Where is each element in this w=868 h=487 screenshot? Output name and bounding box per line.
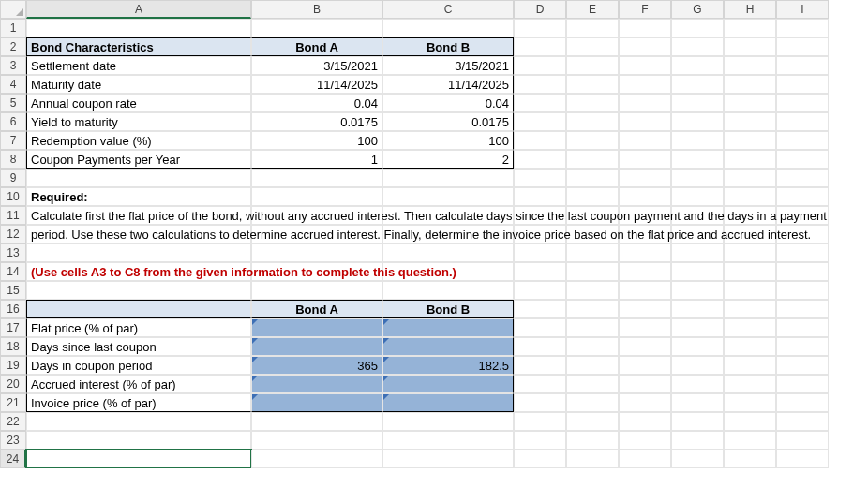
cell-C22[interactable] xyxy=(382,412,514,431)
cell-G22[interactable] xyxy=(671,412,724,431)
cell-A1[interactable] xyxy=(26,19,251,37)
cell-F22[interactable] xyxy=(619,412,671,431)
cell-I8[interactable] xyxy=(776,150,829,169)
cell-B8[interactable]: 1 xyxy=(251,150,382,169)
cell-I22[interactable] xyxy=(776,412,829,431)
cell-F4[interactable] xyxy=(619,75,671,94)
cell-I23[interactable] xyxy=(776,431,829,450)
cell-I19[interactable] xyxy=(776,356,829,375)
cell-D10[interactable] xyxy=(514,187,566,206)
row-header-17[interactable]: 17 xyxy=(0,318,26,337)
cell-E6[interactable] xyxy=(566,112,619,131)
cell-H17[interactable] xyxy=(724,318,776,337)
row-header-14[interactable]: 14 xyxy=(0,262,26,281)
cell-B15[interactable] xyxy=(251,281,382,300)
cell-B13[interactable] xyxy=(251,244,382,262)
cell-B2[interactable]: Bond A xyxy=(251,37,382,56)
cell-B4[interactable]: 11/14/2025 xyxy=(251,75,382,94)
cell-A18[interactable]: Days since last coupon xyxy=(26,337,251,356)
cell-F21[interactable] xyxy=(619,393,671,412)
cell-F24[interactable] xyxy=(619,450,671,468)
cell-I1[interactable] xyxy=(776,19,829,37)
cell-H1[interactable] xyxy=(724,19,776,37)
cell-D2[interactable] xyxy=(514,37,566,56)
cell-D16[interactable] xyxy=(514,300,566,318)
cell-B18[interactable] xyxy=(251,337,382,356)
col-header-C[interactable]: C xyxy=(382,0,514,19)
cell-H8[interactable] xyxy=(724,150,776,169)
cell-A11[interactable]: Calculate first the flat price of the bo… xyxy=(26,206,251,225)
cell-C2[interactable]: Bond B xyxy=(382,37,514,56)
row-header-12[interactable]: 12 xyxy=(0,225,26,244)
row-header-11[interactable]: 11 xyxy=(0,206,26,225)
cell-E18[interactable] xyxy=(566,337,619,356)
cell-H24[interactable] xyxy=(724,450,776,468)
col-header-D[interactable]: D xyxy=(514,0,566,19)
cell-B17[interactable] xyxy=(251,318,382,337)
cell-H21[interactable] xyxy=(724,393,776,412)
cell-G13[interactable] xyxy=(671,244,724,262)
col-header-B[interactable]: B xyxy=(251,0,382,19)
cell-F15[interactable] xyxy=(619,281,671,300)
cell-C20[interactable] xyxy=(382,375,514,393)
cell-B10[interactable] xyxy=(251,187,382,206)
row-header-9[interactable]: 9 xyxy=(0,169,26,187)
spreadsheet-grid[interactable]: A B C D E F G H I 1 2 Bond Characteristi… xyxy=(0,0,868,468)
cell-H16[interactable] xyxy=(724,300,776,318)
cell-A19[interactable]: Days in coupon period xyxy=(26,356,251,375)
cell-A6[interactable]: Yield to maturity xyxy=(26,112,251,131)
cell-G7[interactable] xyxy=(671,131,724,150)
cell-B3[interactable]: 3/15/2021 xyxy=(251,56,382,75)
cell-G24[interactable] xyxy=(671,450,724,468)
cell-E5[interactable] xyxy=(566,94,619,112)
cell-F9[interactable] xyxy=(619,169,671,187)
col-header-G[interactable]: G xyxy=(671,0,724,19)
cell-E4[interactable] xyxy=(566,75,619,94)
cell-A22[interactable] xyxy=(26,412,251,431)
cell-I3[interactable] xyxy=(776,56,829,75)
cell-F8[interactable] xyxy=(619,150,671,169)
cell-F7[interactable] xyxy=(619,131,671,150)
cell-I14[interactable] xyxy=(776,262,829,281)
cell-C7[interactable]: 100 xyxy=(382,131,514,150)
cell-A4[interactable]: Maturity date xyxy=(26,75,251,94)
cell-E9[interactable] xyxy=(566,169,619,187)
select-all-corner[interactable] xyxy=(0,0,26,19)
cell-C6[interactable]: 0.0175 xyxy=(382,112,514,131)
cell-H22[interactable] xyxy=(724,412,776,431)
cell-I13[interactable] xyxy=(776,244,829,262)
col-header-A[interactable]: A xyxy=(26,0,251,19)
cell-F5[interactable] xyxy=(619,94,671,112)
cell-A14[interactable]: (Use cells A3 to C8 from the given infor… xyxy=(26,262,251,281)
cell-F16[interactable] xyxy=(619,300,671,318)
cell-C18[interactable] xyxy=(382,337,514,356)
row-header-8[interactable]: 8 xyxy=(0,150,26,169)
col-header-E[interactable]: E xyxy=(566,0,619,19)
cell-H2[interactable] xyxy=(724,37,776,56)
cell-E22[interactable] xyxy=(566,412,619,431)
cell-G23[interactable] xyxy=(671,431,724,450)
cell-C16[interactable]: Bond B xyxy=(382,300,514,318)
cell-A3[interactable]: Settlement date xyxy=(26,56,251,75)
cell-I20[interactable] xyxy=(776,375,829,393)
row-header-19[interactable]: 19 xyxy=(0,356,26,375)
cell-A10[interactable]: Required: xyxy=(26,187,251,206)
cell-A9[interactable] xyxy=(26,169,251,187)
cell-G1[interactable] xyxy=(671,19,724,37)
cell-E24[interactable] xyxy=(566,450,619,468)
row-header-3[interactable]: 3 xyxy=(0,56,26,75)
cell-F17[interactable] xyxy=(619,318,671,337)
cell-F10[interactable] xyxy=(619,187,671,206)
row-header-22[interactable]: 22 xyxy=(0,412,26,431)
cell-I6[interactable] xyxy=(776,112,829,131)
cell-D15[interactable] xyxy=(514,281,566,300)
cell-D1[interactable] xyxy=(514,19,566,37)
cell-C17[interactable] xyxy=(382,318,514,337)
cell-A8[interactable]: Coupon Payments per Year xyxy=(26,150,251,169)
cell-B22[interactable] xyxy=(251,412,382,431)
cell-E17[interactable] xyxy=(566,318,619,337)
cell-B23[interactable] xyxy=(251,431,382,450)
cell-I21[interactable] xyxy=(776,393,829,412)
cell-H4[interactable] xyxy=(724,75,776,94)
cell-I10[interactable] xyxy=(776,187,829,206)
